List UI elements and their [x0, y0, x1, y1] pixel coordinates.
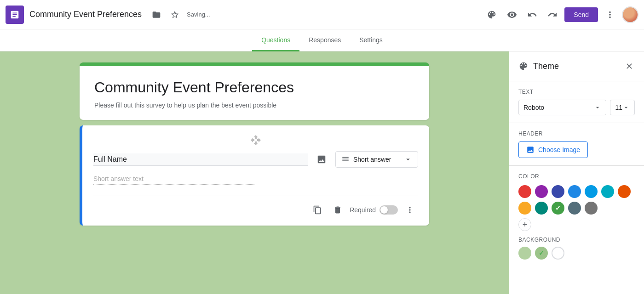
main-layout: Community Event Preferences Please fill …: [0, 51, 644, 294]
header-section: Header Choose Image: [509, 123, 644, 166]
font-size-value: 11: [615, 104, 622, 111]
send-button[interactable]: Send: [564, 7, 598, 22]
question-bottom: Required: [93, 196, 418, 218]
color-section: Color + Background: [509, 166, 644, 267]
font-select[interactable]: Roboto: [518, 100, 606, 115]
doc-title: Community Event Preferences: [29, 10, 142, 19]
user-avatar[interactable]: [622, 6, 638, 23]
choose-image-button[interactable]: Choose Image: [518, 141, 588, 158]
form-description: Please fill out this survey to help us p…: [94, 102, 414, 109]
tab-settings[interactable]: Settings: [350, 29, 392, 51]
answer-type-select[interactable]: Short answer: [335, 151, 418, 168]
form-area: Community Event Preferences Please fill …: [0, 51, 509, 294]
color-swatch[interactable]: [552, 202, 564, 215]
app-icon: [6, 6, 24, 24]
tab-responses[interactable]: Responses: [299, 29, 350, 51]
font-size-select[interactable]: 11: [610, 100, 635, 115]
color-swatch[interactable]: [585, 202, 598, 215]
question-input-wrapper: [93, 153, 308, 166]
preview-button[interactable]: [504, 6, 520, 23]
palette-button[interactable]: [483, 6, 500, 23]
panel-title: Theme: [533, 62, 559, 71]
color-swatch[interactable]: [618, 185, 631, 198]
star-button[interactable]: [167, 6, 183, 23]
short-answer-preview: Short answer text: [93, 175, 254, 185]
close-panel-button[interactable]: [622, 59, 637, 74]
choose-image-label: Choose Image: [538, 146, 580, 153]
bg-color-white[interactable]: [552, 247, 564, 260]
text-section: Text Roboto 11: [509, 81, 644, 123]
form-title: Community Event Preferences: [94, 79, 414, 96]
bg-color-swatch[interactable]: [518, 247, 531, 260]
top-bar-right: Send: [483, 6, 638, 23]
color-swatch[interactable]: [535, 185, 548, 198]
panel-title-row: Theme: [518, 61, 559, 71]
color-swatch[interactable]: [585, 185, 598, 198]
question-card: Short answer Short answer text Required: [80, 125, 429, 226]
color-swatch[interactable]: [518, 202, 531, 215]
panel-header: Theme: [509, 51, 644, 81]
top-bar: Community Event Preferences Saving... Se…: [0, 0, 644, 29]
tab-questions[interactable]: Questions: [252, 29, 299, 51]
add-color-button[interactable]: +: [518, 218, 531, 231]
tabs-bar: Questions Responses Settings: [0, 29, 644, 51]
toggle-knob: [380, 206, 388, 214]
answer-type-text: Short answer: [353, 156, 400, 163]
undo-button[interactable]: [524, 6, 540, 23]
question-input[interactable]: [93, 153, 308, 166]
required-toggle[interactable]: [380, 205, 398, 215]
delete-button[interactable]: [329, 202, 346, 218]
question-top: Short answer: [93, 151, 418, 168]
font-select-row: Roboto 11: [518, 100, 635, 115]
add-image-button[interactable]: [313, 151, 330, 168]
color-swatch[interactable]: [568, 202, 581, 215]
saving-text: Saving...: [187, 11, 210, 18]
color-swatch[interactable]: [518, 185, 531, 198]
color-section-label: Color: [518, 173, 635, 180]
folder-button[interactable]: [148, 6, 165, 23]
bg-colors: [518, 247, 635, 260]
redo-button[interactable]: [544, 6, 561, 23]
duplicate-button[interactable]: [309, 202, 326, 218]
color-grid: [518, 185, 635, 215]
bg-color-swatch[interactable]: [535, 247, 548, 260]
top-bar-icons: [148, 6, 183, 23]
color-swatch[interactable]: [601, 185, 614, 198]
color-swatch[interactable]: [552, 185, 564, 198]
required-label: Required: [350, 206, 376, 214]
theme-icon: [518, 61, 529, 71]
text-section-label: Text: [518, 89, 635, 95]
form-header-card: Community Event Preferences Please fill …: [80, 62, 429, 120]
font-value: Roboto: [523, 104, 544, 111]
color-swatch[interactable]: [535, 202, 548, 215]
drag-handle: [93, 135, 418, 146]
more-question-options[interactable]: [402, 202, 418, 218]
header-section-label: Header: [518, 130, 635, 137]
color-swatch[interactable]: [568, 185, 581, 198]
background-section-label: Background: [518, 237, 635, 243]
right-panel: Theme Text Roboto 11 Header: [509, 51, 644, 294]
more-options-button[interactable]: [602, 6, 618, 23]
